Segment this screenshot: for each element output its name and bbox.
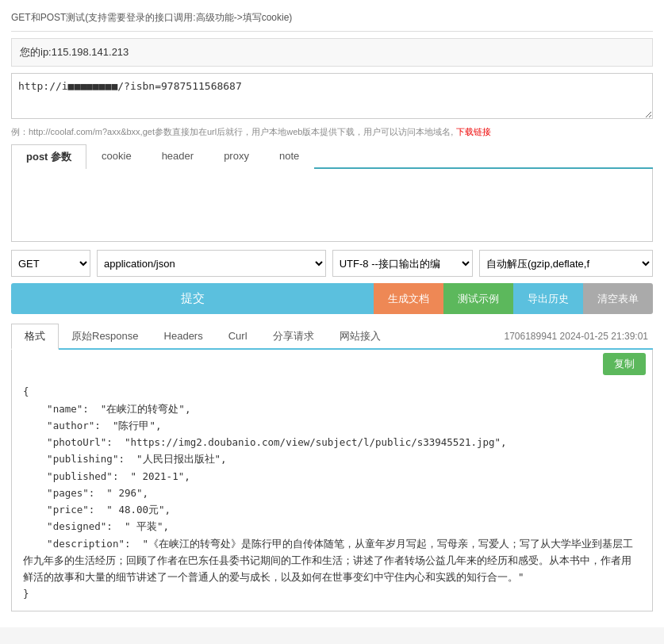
main-container: GET和POST测试(支持需要登录的接口调用:高级功能->填写cookie) 您… bbox=[0, 0, 664, 627]
top-bar: GET和POST测试(支持需要登录的接口调用:高级功能->填写cookie) bbox=[11, 8, 653, 32]
export-button[interactable]: 导出历史 bbox=[513, 283, 583, 314]
post-params-input[interactable] bbox=[18, 175, 646, 232]
tab-post-params[interactable]: post 参数 bbox=[11, 144, 86, 169]
submit-button[interactable]: 提交 bbox=[11, 283, 374, 314]
result-body: { "name": "在峡江的转弯处", "author": "陈行甲", "p… bbox=[11, 375, 653, 611]
result-top-bar: 复制 bbox=[11, 350, 653, 375]
tab-note[interactable]: note bbox=[264, 144, 314, 169]
result-tabs: 格式 原始Response Headers Curl 分享请求 网站接入 170… bbox=[11, 324, 653, 350]
ip-bar: 您的ip:115.198.141.213 bbox=[11, 38, 653, 67]
tab-cookie[interactable]: cookie bbox=[86, 144, 147, 169]
test-button[interactable]: 测试示例 bbox=[443, 283, 513, 314]
url-input[interactable] bbox=[11, 73, 653, 119]
generate-button[interactable]: 生成文档 bbox=[374, 283, 443, 314]
result-tab-format[interactable]: 格式 bbox=[11, 324, 59, 350]
result-tab-raw[interactable]: 原始Response bbox=[59, 324, 152, 348]
tab-header[interactable]: header bbox=[147, 144, 209, 169]
result-tab-headers[interactable]: Headers bbox=[152, 325, 216, 347]
actions-row: 提交 生成文档 测试示例 导出历史 清空表单 bbox=[11, 283, 653, 314]
page-title: GET和POST测试(支持需要登录的接口调用:高级功能->填写cookie) bbox=[11, 12, 292, 23]
result-tab-share[interactable]: 分享请求 bbox=[260, 324, 327, 348]
content-type-select[interactable]: application/json application/x-www-form-… bbox=[97, 250, 326, 277]
controls-row: GET POST PUT DELETE application/json app… bbox=[11, 250, 653, 277]
clear-button[interactable]: 清空表单 bbox=[583, 283, 653, 314]
ip-value: 115.198.141.213 bbox=[52, 46, 129, 58]
copy-button[interactable]: 复制 bbox=[603, 353, 646, 375]
result-timestamp: 1706189941 2024-01-25 21:39:01 bbox=[505, 331, 654, 342]
hint-text: 例：http://coolaf.com/m?axx&bxx,get参数直接加在u… bbox=[11, 127, 453, 136]
download-link[interactable]: 下载链接 bbox=[456, 127, 491, 136]
tab-content bbox=[11, 169, 653, 242]
tab-proxy[interactable]: proxy bbox=[209, 144, 264, 169]
result-tab-site[interactable]: 网站接入 bbox=[327, 324, 393, 348]
hint-bar: 例：http://coolaf.com/m?axx&bxx,get参数直接加在u… bbox=[11, 126, 653, 138]
method-select[interactable]: GET POST PUT DELETE bbox=[11, 250, 90, 277]
param-tabs: post 参数 cookie header proxy note bbox=[11, 144, 653, 169]
encoding-select[interactable]: UTF-8 --接口输出的编 GBK GB2312 bbox=[332, 250, 473, 277]
ip-label: 您的ip: bbox=[20, 46, 52, 58]
result-tab-curl[interactable]: Curl bbox=[216, 325, 260, 347]
decompress-select[interactable]: 自动解压(gzip,deflate,f 不解压 bbox=[479, 250, 653, 277]
